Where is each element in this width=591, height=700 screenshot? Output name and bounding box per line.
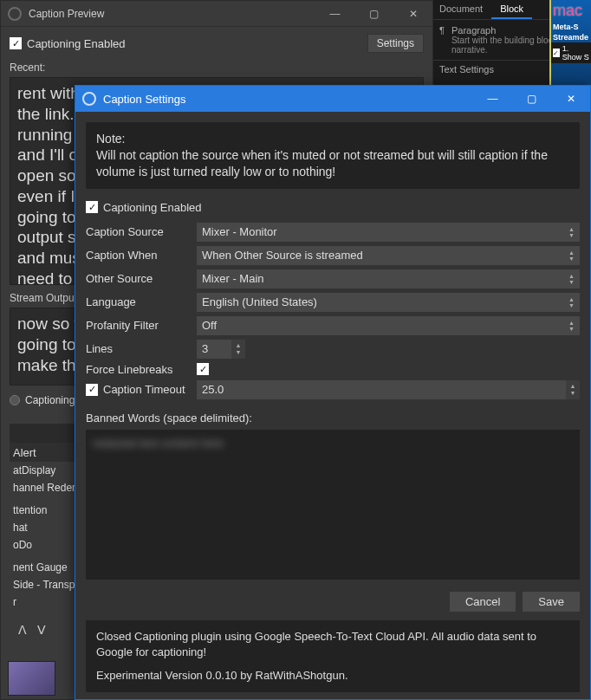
minimize-button[interactable]: — (473, 86, 512, 112)
spinner-icon[interactable]: ▲▼ (566, 380, 580, 399)
captioning-enabled-label: Captioning Enabled (103, 201, 201, 214)
caption-when-select[interactable]: When Other Source is streamed ▲▼ (197, 246, 580, 265)
preview-thumbnail (8, 661, 55, 696)
chevron-updown-icon: ▲▼ (568, 296, 575, 308)
caption-source-select[interactable]: Mixer - Monitor ▲▼ (197, 223, 580, 242)
cancel-button[interactable]: Cancel (450, 592, 516, 612)
window-title: Caption Preview (29, 8, 315, 20)
recent-label: Recent: (10, 62, 424, 74)
window-title: Caption Settings (103, 93, 473, 106)
force-linebreaks-label: Force Linebreaks (86, 363, 197, 376)
chevron-updown-icon: ▲▼ (568, 320, 575, 332)
maximize-button[interactable]: ▢ (512, 86, 551, 112)
close-button[interactable]: ✕ (393, 1, 432, 27)
footer-info: Closed Captioning plugin using Google Sp… (86, 620, 580, 692)
caption-when-label: Caption When (86, 249, 197, 262)
force-linebreaks-checkbox[interactable]: ✓ (197, 363, 209, 375)
close-button[interactable]: ✕ (551, 86, 590, 112)
lines-label: Lines (86, 342, 197, 355)
chevron-updown-icon: ▲▼ (568, 273, 575, 285)
paragraph-icon: ¶ (439, 25, 445, 36)
profanity-filter-select[interactable]: Off ▲▼ (197, 316, 580, 335)
spinner-icon[interactable]: ▲▼ (231, 340, 245, 359)
captioning-enabled-checkbox[interactable]: ✓ (86, 201, 98, 213)
settings-button[interactable]: Settings (367, 34, 424, 53)
caption-source-label: Caption Source (86, 225, 197, 238)
app-icon (82, 92, 96, 106)
move-down-button[interactable]: ᐯ (37, 623, 46, 637)
other-source-select[interactable]: Mixer - Main ▲▼ (197, 269, 580, 288)
show-checkbox[interactable]: ✓ 1. Show S (551, 42, 591, 63)
language-select[interactable]: English (United States) ▲▼ (197, 293, 580, 312)
save-button[interactable]: Save (523, 592, 580, 612)
titlebar: Caption Settings — ▢ ✕ (75, 86, 590, 112)
app-icon (8, 7, 22, 21)
move-up-button[interactable]: ᐱ (18, 623, 27, 637)
caption-timeout-label: Caption Timeout (103, 383, 185, 396)
caption-timeout-stepper[interactable]: 25.0 ▲▼ (197, 380, 580, 399)
tab-document[interactable]: Document (431, 0, 491, 19)
caption-settings-window: Caption Settings — ▢ ✕ Note: Will not ca… (75, 85, 591, 700)
note-body: Will not caption the source when it's mu… (96, 147, 569, 180)
titlebar: Caption Preview — ▢ ✕ (1, 1, 432, 27)
caption-timeout-checkbox[interactable]: ✓ (86, 384, 98, 396)
banned-words-label: Banned Words (space delimited): (86, 412, 580, 425)
profanity-filter-label: Profanity Filter (86, 319, 197, 332)
note-box: Note: Will not caption the source when i… (86, 122, 580, 189)
status-dot-icon (10, 395, 20, 405)
streamdeck-tile: mac Meta-S Streamde ✓ 1. Show S (549, 0, 591, 87)
language-label: Language (86, 295, 197, 308)
captioning-enabled-checkbox[interactable]: ✓ Captioning Enabled (10, 37, 125, 50)
other-source-label: Other Source (86, 272, 197, 285)
logo-text: mac (551, 0, 591, 22)
maximize-button[interactable]: ▢ (354, 1, 393, 27)
check-icon: ✓ (10, 37, 22, 49)
check-icon: ✓ (553, 49, 560, 57)
note-heading: Note: (96, 131, 569, 147)
lines-stepper[interactable]: 3 ▲▼ (197, 340, 580, 359)
chevron-updown-icon: ▲▼ (568, 226, 575, 238)
banned-words-textarea[interactable]: redacted text content here (86, 430, 580, 580)
chevron-updown-icon: ▲▼ (568, 250, 575, 262)
minimize-button[interactable]: — (315, 1, 354, 27)
tab-block[interactable]: Block (491, 0, 532, 19)
